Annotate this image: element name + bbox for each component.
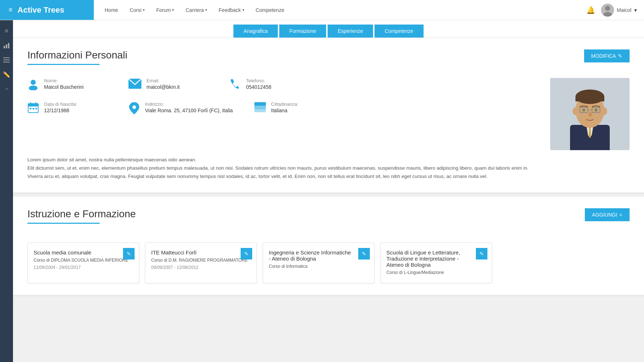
info-row-2: Data di Nascita: 12/12/1988 Indirizzo: V… — [27, 101, 536, 117]
bio-text: Lorem ipsum dolor sit amet, nostra nulla… — [27, 156, 630, 181]
edu-card-date: 09/09/2007 - 12/08/2012 — [151, 265, 251, 270]
section-header: Informazioni Personali MODIFICA ✎ — [27, 49, 630, 75]
avatar — [601, 4, 614, 17]
education-underline — [27, 223, 100, 224]
personal-info-section: Informazioni Personali MODIFICA ✎ Nome: — [13, 38, 644, 194]
edu-card-edit-button[interactable]: ✎ — [476, 248, 487, 259]
sidebar-icon-arrow[interactable]: → — [0, 82, 13, 95]
tab-esperienze[interactable]: Esperienze — [328, 25, 373, 38]
nome-label: Nome: — [44, 78, 84, 83]
navbar: ≡ Active Trees Home Corsi ▾ Forum ▾ Carr… — [0, 0, 644, 20]
tab-anagrafica[interactable]: Anagrafica — [233, 25, 278, 38]
edu-card-date: 11/09/2004 - 29/01/2017 — [34, 265, 133, 270]
field-cittadinanza: Cittadinanza: Italiana — [254, 101, 334, 117]
notification-bell-icon[interactable]: 🔔 — [586, 6, 595, 14]
email-icon — [128, 79, 141, 91]
education-header: Istruzione e Formazione AGGIUNGI + — [27, 208, 630, 234]
calendar-icon — [27, 102, 39, 115]
svg-point-32 — [601, 107, 607, 115]
tab-competenze[interactable]: Competenze — [374, 25, 423, 38]
edu-card-title: Scuola media comunale — [34, 249, 133, 256]
svg-rect-17 — [32, 108, 34, 109]
svg-rect-4 — [6, 44, 7, 48]
data-nascita-value: 12/12/1988 — [44, 108, 77, 113]
plus-icon: + — [619, 212, 622, 218]
svg-rect-7 — [3, 60, 10, 60]
profile-photo — [550, 78, 630, 150]
svg-rect-18 — [35, 108, 37, 109]
nav-forum[interactable]: Forum ▾ — [151, 4, 179, 16]
info-row-1: Nome: Maicol Buscherini Email: maicol@bk… — [27, 78, 536, 93]
chevron-down-icon: ▾ — [634, 7, 637, 13]
page-title: Informazioni Personali — [27, 49, 127, 61]
info-layout: Nome: Maicol Buscherini Email: maicol@bk… — [27, 78, 630, 150]
field-telefono: Telefono: 054012458 — [229, 78, 309, 93]
nav-corsi[interactable]: Corsi ▾ — [124, 4, 150, 16]
modifica-button[interactable]: MODIFICA ✎ — [584, 49, 630, 62]
user-name: Maicol — [617, 7, 631, 13]
user-menu[interactable]: Maicol ▾ — [601, 4, 637, 17]
edu-card-3: Scuola di Lingue e Letterature, Traduzio… — [380, 243, 492, 283]
indirizzo-value: Viale Roma. 25, 47100 Forlì (FC), Italia — [145, 108, 233, 113]
sidebar-icon-edit[interactable]: ✏️ — [0, 68, 13, 81]
field-data-nascita: Data di Nascita: 12/12/1988 — [27, 101, 107, 117]
svg-point-1 — [605, 6, 610, 11]
chevron-down-icon: ▾ — [172, 8, 174, 12]
nav-home[interactable]: Home — [100, 4, 123, 16]
edu-card-0: Scuola media comunale Corso di DIPLOMA S… — [27, 243, 139, 283]
brand-name: Active Trees — [18, 5, 65, 15]
svg-point-10 — [29, 86, 38, 90]
education-title: Istruzione e Formazione — [27, 208, 136, 220]
brand: ≡ Active Trees — [0, 0, 94, 20]
svg-rect-5 — [8, 43, 9, 48]
edu-card-title: Ingegneria e Scienze Informatiche - Aten… — [269, 249, 368, 262]
svg-point-19 — [132, 105, 136, 109]
telefono-label: Telefono: — [246, 78, 271, 83]
svg-rect-22 — [254, 109, 266, 112]
sidebar-icon-menu[interactable]: ≡ — [0, 25, 13, 38]
location-icon — [128, 102, 140, 117]
svg-rect-6 — [3, 57, 10, 58]
chevron-down-icon: ▾ — [143, 8, 145, 12]
edu-card-title: Scuola di Lingue e Letterature, Traduzio… — [386, 249, 486, 268]
svg-point-9 — [31, 80, 36, 85]
cittadinanza-label: Cittadinanza: — [271, 101, 298, 107]
info-fields: Nome: Maicol Buscherini Email: maicol@bk… — [27, 78, 536, 126]
edu-card-edit-button[interactable]: ✎ — [241, 248, 252, 259]
edu-card-course: Corso di DIPLOMA SCUOLA MEDIA INFERIORE — [34, 258, 133, 263]
field-nome: Nome: Maicol Buscherini — [27, 78, 107, 93]
edu-card-edit-button[interactable]: ✎ — [358, 248, 370, 259]
education-title-block: Istruzione e Formazione — [27, 208, 136, 234]
edu-card-course: Corso di Informatica — [269, 264, 368, 269]
cittadinanza-value: Italiana — [271, 108, 298, 113]
edu-card-1: ITE Matteucci Forlì Corso di D.M. RAGION… — [145, 243, 257, 283]
edu-card-title: ITE Matteucci Forlì — [151, 249, 251, 256]
svg-point-37 — [595, 109, 597, 112]
field-indirizzo: Indirizzo: Viale Roma. 25, 47100 Forlì (… — [128, 101, 233, 117]
nav-competenze[interactable]: Competenze — [251, 4, 289, 16]
field-email: Email: maicol@bkm.it — [128, 78, 208, 93]
edu-card-course: Corso di D.M. RAGIONIERE PROGRAMMATORE — [151, 258, 251, 263]
svg-point-31 — [573, 107, 578, 115]
flag-icon — [254, 102, 266, 115]
tab-formazione[interactable]: Formazione — [279, 25, 326, 38]
sidebar-icon-chart[interactable] — [0, 39, 13, 52]
svg-rect-16 — [30, 108, 31, 109]
nav-carriera[interactable]: Carriera ▾ — [180, 4, 212, 16]
svg-rect-21 — [254, 106, 266, 109]
svg-rect-13 — [28, 104, 38, 106]
edu-card-course: Corso di L-Lingue/Mediazione — [386, 270, 486, 275]
svg-rect-30 — [575, 96, 604, 101]
nav-feedback[interactable]: Feedback ▾ — [214, 4, 249, 16]
sidebar-icon-list[interactable] — [0, 53, 13, 66]
telefono-value: 054012458 — [246, 84, 271, 90]
aggiungi-button[interactable]: AGGIUNGI + — [585, 208, 630, 221]
nav-menu: Home Corsi ▾ Forum ▾ Carriera ▾ Feedback… — [94, 4, 579, 16]
indirizzo-label: Indirizzo: — [145, 101, 233, 107]
edu-card-edit-button[interactable]: ✎ — [123, 248, 135, 259]
email-value: maicol@bkm.it — [146, 84, 180, 90]
tabs-bar: Anagrafica Formazione Esperienze Compete… — [13, 20, 644, 38]
hamburger-icon[interactable]: ≡ — [9, 6, 13, 14]
navbar-right: 🔔 Maicol ▾ — [579, 4, 644, 17]
chevron-down-icon: ▾ — [242, 8, 244, 12]
